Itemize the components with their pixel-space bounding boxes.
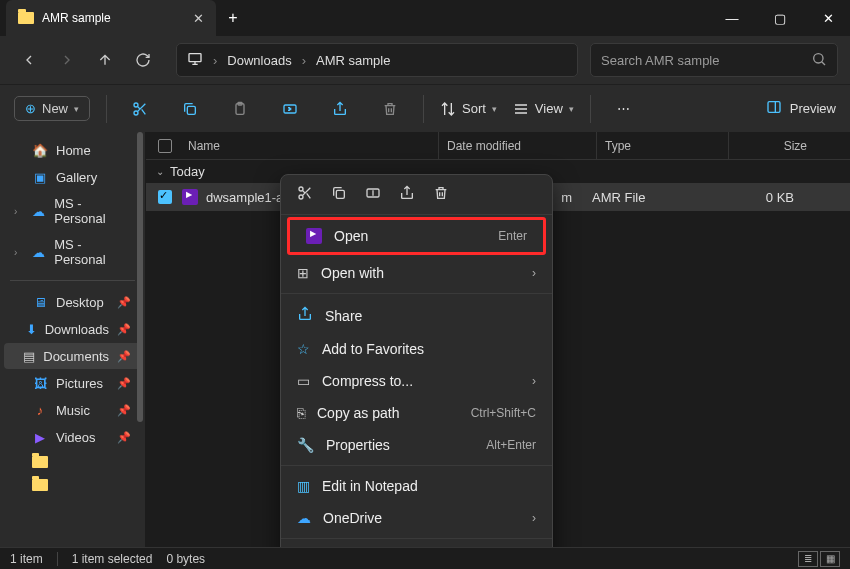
details-view-button[interactable]: ≣ [798, 551, 818, 567]
new-button[interactable]: ⊕ New ▾ [14, 96, 90, 121]
file-checkbox[interactable] [158, 190, 172, 204]
chevron-right-icon: › [532, 511, 536, 525]
separator [590, 95, 591, 123]
command-bar: ⊕ New ▾ Sort ▾ View ▾ ⋯ Preview [0, 84, 850, 132]
context-favorites[interactable]: ☆ Add to Favorites [281, 333, 552, 365]
open-with-icon: ⊞ [297, 265, 309, 281]
sidebar-item-desktop[interactable]: 🖥Desktop📌 [4, 289, 141, 315]
pin-icon: 📌 [117, 404, 131, 417]
pin-icon: 📌 [117, 377, 131, 390]
chevron-down-icon: ▾ [569, 104, 574, 114]
minimize-button[interactable]: ― [710, 2, 754, 34]
share-icon[interactable] [399, 185, 415, 204]
svg-rect-8 [768, 102, 780, 113]
videos-icon: ▶ [32, 429, 48, 445]
copy-button[interactable] [173, 92, 207, 126]
separator [281, 538, 552, 539]
context-edit-notepad[interactable]: ▥ Edit in Notepad [281, 470, 552, 502]
preview-button[interactable]: Preview [766, 99, 836, 118]
delete-icon[interactable] [433, 185, 449, 204]
documents-icon: ▤ [23, 348, 35, 364]
context-onedrive[interactable]: ☁ OneDrive › [281, 502, 552, 534]
context-share[interactable]: Share [281, 298, 552, 333]
separator [281, 293, 552, 294]
svg-point-9 [299, 187, 303, 191]
context-compress[interactable]: ▭ Compress to... › [281, 365, 552, 397]
select-all-checkbox[interactable] [158, 139, 172, 153]
crumb-folder[interactable]: AMR sample [316, 53, 390, 68]
chevron-right-icon: › [213, 53, 217, 68]
context-open[interactable]: Open Enter [290, 220, 543, 252]
rename-button[interactable] [273, 92, 307, 126]
sidebar-item-downloads[interactable]: ⬇Downloads📌 [4, 316, 141, 342]
context-copy-path[interactable]: ⎘ Copy as path Ctrl+Shift+C [281, 397, 552, 429]
search-input[interactable]: Search AMR sample [590, 43, 838, 77]
sidebar-item-folder-1[interactable] [4, 451, 141, 473]
folder-icon [18, 12, 34, 24]
pictures-icon: 🖼 [32, 375, 48, 391]
svg-point-10 [299, 195, 303, 199]
cut-button[interactable] [123, 92, 157, 126]
context-properties[interactable]: 🔧 Properties Alt+Enter [281, 429, 552, 461]
separator [106, 95, 107, 123]
title-bar: AMR sample ✕ + ― ▢ ✕ [0, 0, 850, 36]
svg-point-3 [134, 111, 138, 115]
thumbnails-view-button[interactable]: ▦ [820, 551, 840, 567]
new-tab-button[interactable]: + [216, 2, 250, 34]
rename-icon[interactable] [365, 185, 381, 204]
tab-title: AMR sample [42, 11, 185, 25]
column-size[interactable]: Size [729, 132, 817, 159]
svg-rect-0 [189, 53, 201, 61]
close-window-button[interactable]: ✕ [806, 2, 850, 34]
delete-button[interactable] [373, 92, 407, 126]
column-type[interactable]: Type [597, 132, 729, 159]
separator [57, 552, 58, 566]
forward-button[interactable] [50, 43, 84, 77]
sidebar-item-music[interactable]: ♪Music📌 [4, 397, 141, 423]
breadcrumb[interactable]: › Downloads › AMR sample [176, 43, 578, 77]
search-placeholder: Search AMR sample [601, 53, 811, 68]
view-button[interactable]: View ▾ [513, 92, 574, 126]
column-headers: Name Date modified Type Size [146, 132, 850, 160]
refresh-button[interactable] [126, 43, 160, 77]
back-button[interactable] [12, 43, 46, 77]
sidebar-item-gallery[interactable]: ▣Gallery [4, 164, 141, 190]
share-button[interactable] [323, 92, 357, 126]
copy-icon[interactable] [331, 185, 347, 204]
share-icon [297, 306, 313, 325]
maximize-button[interactable]: ▢ [758, 2, 802, 34]
sidebar-item-documents[interactable]: ▤Documents📌 [4, 343, 141, 369]
crumb-downloads[interactable]: Downloads [227, 53, 291, 68]
pin-icon: 📌 [117, 323, 131, 336]
sidebar-item-onedrive-1[interactable]: ›☁MS - Personal [4, 191, 141, 231]
sort-button[interactable]: Sort ▾ [440, 92, 497, 126]
sidebar-item-videos[interactable]: ▶Videos📌 [4, 424, 141, 450]
sidebar-item-folder-2[interactable] [4, 474, 141, 496]
chevron-right-icon: › [532, 374, 536, 388]
cloud-icon: ☁ [31, 244, 46, 260]
notepad-icon: ▥ [297, 478, 310, 494]
paste-button[interactable] [223, 92, 257, 126]
column-name[interactable]: Name [184, 132, 439, 159]
context-open-with[interactable]: ⊞ Open with › [281, 257, 552, 289]
up-button[interactable] [88, 43, 122, 77]
column-date[interactable]: Date modified [439, 132, 597, 159]
separator [10, 280, 135, 281]
chevron-down-icon: ⌄ [156, 166, 164, 177]
svg-rect-11 [336, 190, 344, 198]
window-tab[interactable]: AMR sample ✕ [6, 0, 216, 36]
preview-icon [766, 99, 782, 118]
close-tab-icon[interactable]: ✕ [193, 11, 204, 26]
sidebar-item-pictures[interactable]: 🖼Pictures📌 [4, 370, 141, 396]
cut-icon[interactable] [297, 185, 313, 204]
home-icon: 🏠 [32, 142, 48, 158]
desktop-icon: 🖥 [32, 294, 48, 310]
sidebar-item-onedrive-2[interactable]: ›☁MS - Personal [4, 232, 141, 272]
sidebar-item-home[interactable]: 🏠Home [4, 137, 141, 163]
more-button[interactable]: ⋯ [607, 92, 641, 126]
context-toolbar [281, 175, 552, 215]
nav-bar: › Downloads › AMR sample Search AMR samp… [0, 36, 850, 84]
archive-icon: ▭ [297, 373, 310, 389]
scrollbar-thumb[interactable] [137, 132, 143, 422]
file-type: AMR File [584, 190, 716, 205]
